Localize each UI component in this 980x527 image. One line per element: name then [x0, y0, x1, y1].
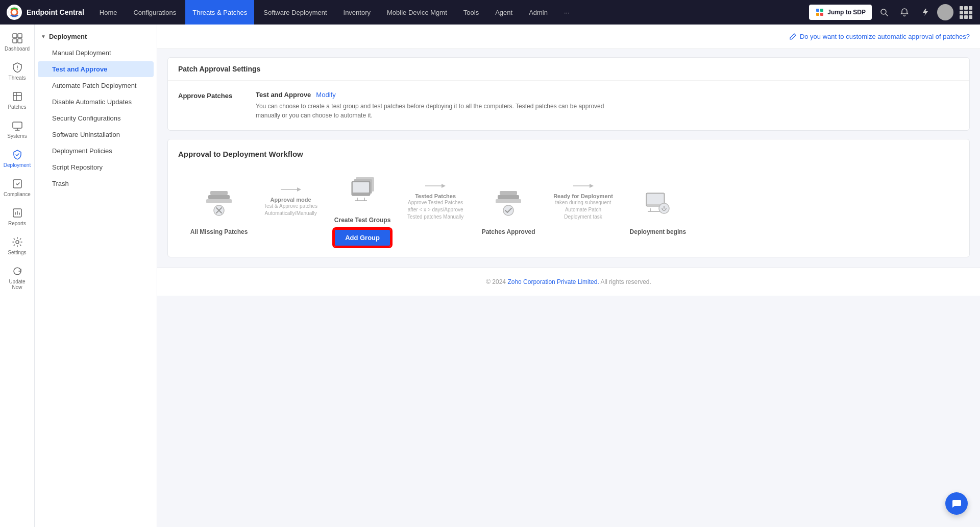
- icon-nav-dashboard[interactable]: Dashboard: [3, 29, 32, 56]
- compliance-icon: [12, 178, 23, 189]
- svg-point-13: [17, 69, 18, 70]
- svg-rect-14: [13, 92, 21, 101]
- icon-nav-reports[interactable]: Reports: [3, 203, 32, 230]
- main-topbar: Do you want to customize automatic appro…: [157, 25, 980, 49]
- chat-icon: [951, 498, 962, 509]
- customize-approval-link[interactable]: Do you want to customize automatic appro…: [789, 33, 970, 41]
- nav-more[interactable]: ···: [557, 0, 577, 25]
- nav-admin[interactable]: Admin: [522, 0, 555, 25]
- workflow-title: Approval to Deployment Workflow: [178, 150, 959, 158]
- sdp-icon: [815, 8, 824, 17]
- svg-rect-15: [13, 122, 22, 128]
- test-groups-icon: [345, 173, 380, 209]
- user-avatar[interactable]: [937, 4, 953, 20]
- deployment-begins-label: Deployment begins: [630, 228, 687, 235]
- topnav-actions: Jump to SDP: [809, 4, 974, 20]
- svg-point-0: [7, 5, 22, 20]
- patches-approved-icon: [491, 185, 526, 221]
- main-content: Do you want to customize automatic appro…: [157, 25, 980, 527]
- sidebar-item-disable[interactable]: Disable Automatic Updates: [38, 94, 154, 110]
- svg-point-23: [16, 241, 19, 244]
- sidebar-item-uninstall[interactable]: Software Uninstallation: [38, 127, 154, 142]
- approval-mode-label: Approval mode: [264, 197, 317, 203]
- arrow-line-3: [573, 182, 594, 190]
- search-icon: [879, 8, 889, 17]
- icon-nav-deployment[interactable]: Deployment: [3, 145, 32, 172]
- patch-approval-card-body: Approve Patches Test and Approve Modify …: [168, 81, 969, 130]
- approval-mode-desc: Test & Approve patchesAutomatically/Manu…: [264, 203, 317, 217]
- nav-threats[interactable]: Threats & Patches: [185, 0, 254, 25]
- sidebar-item-test[interactable]: Test and Approve: [38, 61, 154, 77]
- icon-nav-systems[interactable]: Systems: [3, 116, 32, 143]
- svg-rect-8: [13, 34, 17, 38]
- workflow-step-test-groups: Create Test Groups Add Group: [322, 171, 403, 247]
- arrow-icon-3: [573, 182, 594, 190]
- approve-description: You can choose to create a test group an…: [256, 102, 613, 120]
- patches-approved-label: Patches Approved: [482, 228, 535, 235]
- workflow-arrow-1: Approval mode Test & Approve patchesAuto…: [260, 185, 322, 217]
- svg-line-7: [886, 14, 888, 16]
- deployment-begins-icon-wrap: [638, 182, 678, 223]
- workflow-arrow-2: Tested Patches Approve Tested Patchesaft…: [403, 182, 468, 221]
- nav-inventory[interactable]: Inventory: [336, 0, 378, 25]
- icon-nav-compliance[interactable]: Compliance: [3, 174, 32, 201]
- tested-patches-label: Tested Patches: [407, 193, 463, 199]
- approve-patches-row: Approve Patches Test and Approve Modify …: [178, 91, 959, 120]
- svg-rect-35: [353, 182, 369, 193]
- icon-nav-settings[interactable]: Settings: [3, 232, 32, 259]
- tested-patches-desc: Approve Tested Patchesafter < x > days/A…: [407, 199, 463, 221]
- company-link[interactable]: Zoho Corporation Private Limited.: [507, 278, 599, 285]
- sidebar-item-manual[interactable]: Manual Deployment: [38, 45, 154, 61]
- approve-patches-label: Approve Patches: [178, 92, 239, 100]
- jump-to-sdp-button[interactable]: Jump to SDP: [809, 5, 872, 20]
- modify-link[interactable]: Modify: [316, 91, 335, 99]
- nav-tools[interactable]: Tools: [456, 0, 486, 25]
- missing-patches-icon-wrap: [199, 182, 239, 223]
- icon-nav-update[interactable]: Update Now: [3, 261, 32, 294]
- search-button[interactable]: [876, 4, 892, 20]
- settings-icon: [12, 236, 23, 248]
- add-group-button[interactable]: Add Group: [334, 229, 391, 247]
- icon-nav-patches[interactable]: Patches: [3, 87, 32, 114]
- grid-icon: [960, 6, 972, 19]
- nav-agent[interactable]: Agent: [488, 0, 520, 25]
- nav-home[interactable]: Home: [92, 0, 125, 25]
- svg-marker-31: [297, 187, 301, 191]
- sidebar-section-deployment[interactable]: ▼ Deployment: [35, 29, 157, 44]
- svg-rect-26: [210, 191, 228, 195]
- svg-rect-9: [18, 34, 22, 38]
- workflow-step-missing: All Missing Patches: [178, 182, 260, 235]
- sidebar-item-automate[interactable]: Automate Patch Deployment: [38, 78, 154, 93]
- workflow-card-body: Approval to Deployment Workflow: [168, 139, 969, 257]
- lightning-icon: [920, 8, 929, 17]
- svg-rect-4: [816, 13, 819, 16]
- svg-rect-48: [647, 194, 664, 204]
- app-logo[interactable]: Endpoint Central: [6, 4, 84, 20]
- nav-mobile[interactable]: Mobile Device Mgmt: [380, 0, 454, 25]
- workflow-step-deploy: Deployment begins: [617, 182, 699, 235]
- patches-approved-icon-wrap: [488, 182, 529, 223]
- app-grid-button[interactable]: [958, 4, 974, 20]
- nav-software[interactable]: Software Deployment: [256, 0, 334, 25]
- edit-icon: [789, 33, 797, 41]
- page-footer: © 2024 Zoho Corporation Private Limited.…: [157, 268, 980, 296]
- arrow-icon-2: [425, 182, 446, 190]
- nav-configurations[interactable]: Configurations: [126, 0, 183, 25]
- svg-rect-42: [498, 195, 519, 199]
- arrow-line-1: [281, 185, 301, 194]
- sidebar-item-policies[interactable]: Deployment Policies: [38, 143, 154, 159]
- logo-icon: [6, 4, 22, 20]
- lightning-button[interactable]: [917, 4, 933, 20]
- svg-rect-11: [18, 39, 22, 43]
- ready-for-deployment-desc: taken during subsequentAutomate PatchDep…: [553, 199, 613, 221]
- threats-icon: [12, 62, 23, 73]
- sidebar-item-trash[interactable]: Trash: [38, 176, 154, 191]
- patch-approval-card-title: Patch Approval Settings: [168, 58, 969, 81]
- icon-nav-threats[interactable]: Threats: [3, 58, 32, 85]
- dashboard-icon: [12, 33, 23, 44]
- deployment-begins-icon: [640, 185, 676, 221]
- sidebar-item-script[interactable]: Script Repository: [38, 159, 154, 175]
- notifications-button[interactable]: [896, 4, 913, 20]
- sidebar-item-security[interactable]: Security Configurations: [38, 110, 154, 126]
- chat-fab-button[interactable]: [945, 492, 968, 515]
